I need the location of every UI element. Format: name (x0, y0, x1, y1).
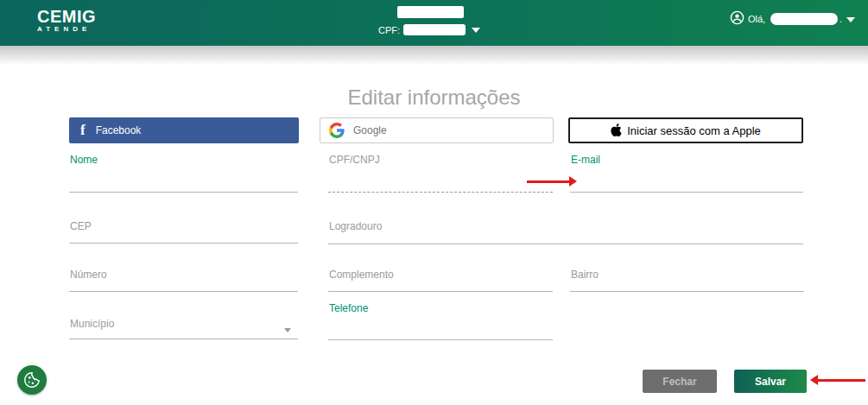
email-label: E-mail (571, 154, 600, 166)
bairro-input[interactable] (570, 273, 804, 292)
google-button-label: Google (353, 124, 387, 136)
save-button[interactable]: Salvar (734, 370, 807, 393)
redacted-installation-name (397, 6, 464, 18)
complemento-input[interactable] (328, 273, 553, 292)
annotation-arrow-email-line (527, 180, 570, 183)
municipio-select[interactable] (69, 320, 298, 339)
facebook-icon: f (80, 122, 86, 139)
field-bairro: Bairro (570, 269, 804, 292)
facebook-button-label: Facebook (96, 124, 142, 136)
field-cep: CEP (69, 220, 298, 244)
logo-text-atende: ATENDE (37, 25, 96, 33)
nome-label: Nome (70, 154, 98, 166)
facebook-login-button[interactable]: f Facebook (69, 117, 299, 143)
annotation-arrow-email-icon (569, 176, 577, 187)
logo-text-cemig: CEMIG (37, 8, 96, 25)
caret-down-icon (472, 28, 480, 33)
field-municipio: Município (69, 318, 298, 339)
caret-down-icon (284, 328, 291, 332)
google-icon (329, 123, 345, 138)
installation-selector-dropdown[interactable]: CPF: (371, 3, 510, 41)
header-shadow-strip (0, 46, 868, 65)
greeting-label: Olá, (748, 14, 765, 24)
apple-icon (611, 123, 622, 136)
field-nome: Nome (69, 154, 298, 193)
telefone-label: Telefone (329, 302, 368, 314)
field-telefone: Telefone (328, 302, 553, 340)
cookie-icon (22, 370, 41, 389)
nome-input[interactable] (69, 174, 298, 193)
logradouro-input[interactable] (328, 225, 803, 244)
user-menu-dropdown[interactable]: Olá, . (730, 9, 861, 31)
cpf-cnpj-input (328, 174, 553, 193)
cpf-cnpj-label: CPF/CNPJ (329, 154, 380, 166)
close-button[interactable]: Fechar (643, 370, 717, 393)
cookie-consent-button[interactable] (17, 365, 47, 395)
greeting-suffix: . (839, 14, 842, 24)
apple-button-label: Iniciar sessão com a Apple (627, 124, 761, 137)
cemig-logo[interactable]: CEMIG ATENDE (37, 8, 96, 33)
field-numero: Número (69, 269, 298, 292)
cpf-label: CPF: (378, 25, 400, 35)
field-logradouro: Logradouro (328, 220, 803, 244)
email-input[interactable] (570, 174, 803, 193)
app-header: CEMIG ATENDE CPF: Olá, . (0, 0, 868, 46)
field-cpf-cnpj: CPF/CNPJ (328, 154, 553, 193)
apple-login-button[interactable]: Iniciar sessão com a Apple (568, 117, 803, 143)
telefone-input[interactable] (328, 321, 553, 340)
caret-down-icon (846, 17, 855, 22)
field-complemento: Complemento (328, 269, 553, 292)
annotation-arrow-save-icon (810, 375, 818, 385)
google-login-button[interactable]: Google (320, 117, 554, 143)
annotation-arrow-save-line (818, 379, 865, 382)
page-title: Editar informações (0, 85, 868, 110)
cemig-atende-portal: CEMIG ATENDE CPF: Olá, . Editar informaç… (0, 0, 868, 405)
redacted-cpf-number (403, 24, 466, 35)
redacted-user-name (770, 13, 838, 25)
field-email: E-mail (570, 154, 803, 193)
person-icon (730, 10, 744, 25)
numero-input[interactable] (69, 273, 298, 292)
cep-input[interactable] (69, 225, 298, 244)
